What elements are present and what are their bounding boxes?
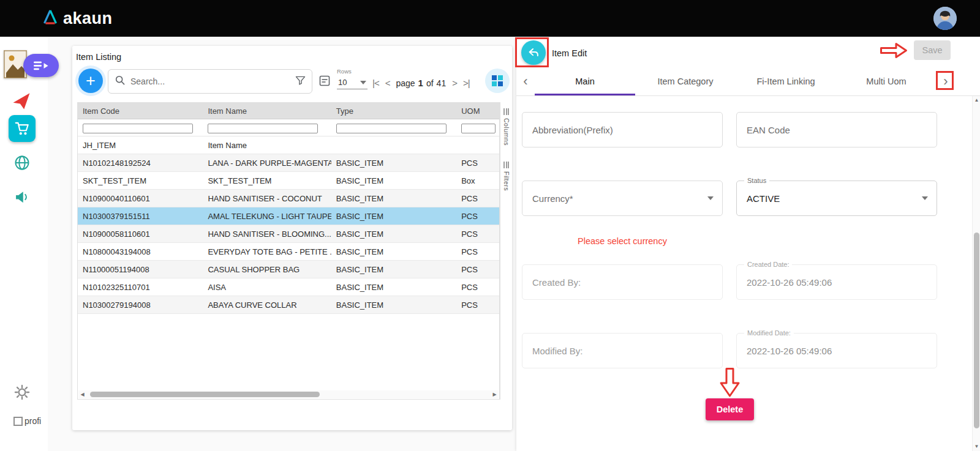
table-row[interactable]: N10102148192524LANA - DARK PURPLE-MAGENT… [78,154,499,172]
column-filter-input[interactable] [208,124,318,133]
table-cell: BASIC_ITEM [331,243,456,260]
table-cell: HAND SANITISER - COCONUT [203,190,331,207]
scroll-right-icon[interactable]: ▶ [491,392,499,397]
table-row[interactable]: N10900058110601HAND SANITISER - BLOOMING… [78,225,499,243]
ean-placeholder: EAN Code [747,125,790,135]
brand[interactable]: akaun [42,9,113,28]
sidebar: profi [0,37,48,451]
grid-icon [492,75,503,86]
scroll-down-icon[interactable]: ▼ [973,442,980,451]
status-label: Status [744,177,769,184]
modified-date-field: Modified Date: 2022-10-26 05:49:06 [736,333,937,368]
ean-code-field[interactable]: EAN Code [736,112,937,147]
profile-checkbox[interactable] [13,417,23,426]
rows-per-page-icon[interactable] [318,75,331,87]
user-avatar[interactable] [933,7,957,30]
column-filter-input[interactable] [83,124,193,133]
delete-button[interactable]: Delete [706,398,754,420]
brand-logo-icon [42,9,59,28]
column-header[interactable]: Item Code [78,103,203,119]
rows-label: Rows [337,68,369,75]
back-button[interactable] [521,40,546,65]
table-cell: BASIC_ITEM [331,154,456,171]
prev-page-button[interactable]: < [385,78,390,88]
table-row[interactable]: N10300379151511AMAL TELEKUNG - LIGHT TAU… [78,207,499,225]
last-page-button[interactable]: >| [463,78,470,88]
filter-funnel-icon[interactable] [295,76,306,88]
abbreviation-field[interactable]: Abbreviation(Prefix) [522,112,723,147]
modified-date-label: Modified Date: [744,329,794,337]
table-header-row: Item CodeItem NameTypeUOM [78,103,499,119]
edit-title: Item Edit [552,48,587,58]
scroll-left-icon[interactable]: ◀ [78,392,86,397]
column-header[interactable]: Type [331,103,456,119]
grip-icon [503,162,509,168]
scroll-up-icon[interactable]: ▲ [973,96,980,105]
caret-down-icon [360,81,366,84]
modified-by-field: Modified By: [522,333,723,368]
table-row[interactable]: N10800043194008EVERYDAY TOTE BAG - PETIT… [78,243,499,261]
menu-arrow-icon [33,61,49,71]
table-cell: SKT_TEST_ITEM [203,172,331,189]
settings-gear-icon[interactable] [13,384,31,401]
column-header[interactable]: Item Name [203,103,331,119]
rows-per-page-select[interactable]: 10 [337,76,368,89]
vertical-scrollbar[interactable]: ▲ ▼ [972,96,980,451]
created-date-label: Created Date: [744,261,792,268]
table-cell: BASIC_ITEM [331,190,456,207]
red-logo-icon[interactable] [11,91,32,111]
cart-icon [14,121,30,136]
table-row[interactable]: JH_ITEMItem Name [78,136,499,154]
filter-cell [456,122,499,133]
save-button[interactable]: Save [914,40,951,60]
vscroll-thumb[interactable] [974,233,979,428]
table-cell: PCS [456,225,499,242]
hscroll-thumb[interactable] [90,392,320,397]
table-cell: PCS [456,190,499,207]
table-cell: HAND SANITISER - BLOOMING... [203,225,331,242]
tabs-scroll-left-button[interactable]: ‹ [516,67,535,95]
created-date-field: Created Date: 2022-10-26 05:49:06 [736,264,937,300]
tab-item-category[interactable]: Item Category [635,67,736,95]
pos-cart-button[interactable] [9,115,36,142]
column-filter-input[interactable] [336,124,447,133]
of-word: of [426,78,434,88]
caret-down-icon [922,196,928,200]
filter-cell [78,122,203,133]
current-page: 1 [418,78,423,88]
side-tab-columns[interactable]: Columns [503,108,510,146]
table-row[interactable]: N11000051194008CASUAL SHOPPER BAGBASIC_I… [78,261,499,278]
table-row[interactable]: N10300279194008ABAYA CURVE COLLARBASIC_I… [78,296,499,314]
table-body: JH_ITEMItem NameN10102148192524LANA - DA… [78,136,499,314]
horizontal-scrollbar[interactable]: ◀ ▶ [78,390,499,398]
globe-icon[interactable] [13,154,31,171]
tab-fi-item-linking[interactable]: Fi-Item Linking [736,67,836,95]
table-row[interactable]: N10102325110701AISABASIC_ITEMPCS [78,278,499,296]
table-cell: SKT_TEST_ITEM [78,172,203,189]
hscroll-track[interactable] [86,390,491,398]
tab-main[interactable]: Main [535,67,635,95]
sidebar-expand-button[interactable] [23,54,59,77]
add-item-button[interactable]: + [78,69,103,93]
listing-title: Item Listing [76,52,121,62]
currency-select[interactable]: Currency* [522,181,723,216]
grid-view-button[interactable] [485,69,510,93]
created-by-field: Created By: [522,264,723,300]
back-arrow-icon [527,46,540,59]
table-row[interactable]: SKT_TEST_ITEMSKT_TEST_ITEMBASIC_ITEMBox [78,172,499,190]
search-box [108,69,312,94]
table-side-strip: ColumnsFilters [500,102,512,400]
next-page-button[interactable]: > [452,78,457,88]
tabs-scroll-right-button[interactable]: › [937,67,955,95]
first-page-button[interactable]: |< [372,78,379,88]
table-row[interactable]: N10900040110601HAND SANITISER - COCONUTB… [78,190,499,207]
search-input[interactable] [130,76,290,86]
rows-value: 10 [338,78,347,87]
announcement-icon[interactable] [13,188,31,206]
column-header[interactable]: UOM [456,103,499,119]
tab-multi-uom[interactable]: Multi Uom [836,67,937,95]
modified-date-value: 2022-10-26 05:49:06 [747,346,832,356]
status-select[interactable]: Status ACTIVE [736,181,937,216]
column-filter-input[interactable] [461,124,496,133]
side-tab-filters[interactable]: Filters [503,162,510,191]
